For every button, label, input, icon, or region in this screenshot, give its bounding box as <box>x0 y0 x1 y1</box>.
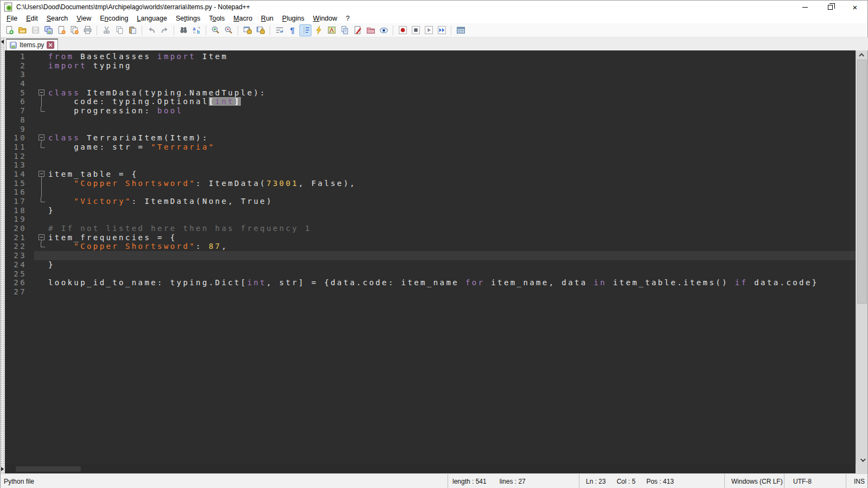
macro-record-button[interactable] <box>397 24 409 36</box>
line-number[interactable]: 24 <box>5 260 34 269</box>
code-line[interactable]: 15 "Copper Shortsword": ItemData(73001, … <box>5 179 857 188</box>
line-number[interactable]: 17 <box>5 197 34 206</box>
line-number[interactable]: 7 <box>5 106 34 115</box>
code-line[interactable]: 21item_frequencies = { <box>5 233 857 242</box>
code-line[interactable]: 26lookup_id_to_name: typing.Dict[int, st… <box>5 278 857 287</box>
folder-as-workspace-button[interactable] <box>365 24 376 36</box>
monitoring-button[interactable] <box>378 24 390 36</box>
scroll-up-button[interactable] <box>856 50 868 60</box>
line-number[interactable]: 10 <box>5 133 34 143</box>
copy-button[interactable] <box>113 24 125 36</box>
code-line[interactable]: 19 <box>5 215 857 224</box>
menu-settings[interactable]: Settings <box>171 14 205 23</box>
line-number[interactable]: 11 <box>5 143 34 152</box>
fold-collapse-button[interactable] <box>34 233 48 242</box>
file-edit-button[interactable] <box>352 24 363 36</box>
code-line[interactable]: 4 <box>5 79 857 88</box>
menu-help[interactable]: ? <box>342 14 354 23</box>
macro-run-multiple-button[interactable] <box>436 24 448 36</box>
code-line[interactable]: 11 game: str = "Terraria" <box>5 143 857 152</box>
menu-window[interactable]: Window <box>309 14 341 23</box>
show-indent-guide-button[interactable] <box>299 24 311 36</box>
code-line[interactable]: 10class TerrariaItem(Item): <box>5 133 857 143</box>
collapse-right-icon[interactable] <box>1 467 4 471</box>
line-number[interactable]: 26 <box>5 278 34 287</box>
menu-run[interactable]: Run <box>257 14 278 23</box>
line-number[interactable]: 21 <box>5 233 34 242</box>
close-all-button[interactable] <box>68 24 80 36</box>
menu-macro[interactable]: Macro <box>229 14 257 23</box>
scroll-down-button[interactable] <box>856 455 868 465</box>
line-number[interactable]: 22 <box>5 242 34 251</box>
line-number[interactable]: 13 <box>5 160 34 170</box>
find-button[interactable] <box>177 24 189 36</box>
code-line[interactable]: 8 <box>5 115 857 125</box>
show-all-characters-button[interactable]: ¶ <box>286 24 298 36</box>
macro-save-button[interactable] <box>455 24 467 36</box>
code-line[interactable]: 24} <box>5 260 857 269</box>
tab-close-button[interactable] <box>47 41 54 49</box>
menu-encoding[interactable]: Encoding <box>95 14 132 23</box>
menu-tools[interactable]: Tools <box>205 14 229 23</box>
line-number[interactable]: 9 <box>5 125 34 134</box>
line-number[interactable]: 15 <box>5 179 34 188</box>
code-line[interactable]: 22 "Copper Shortsword": 87, <box>5 242 857 251</box>
menu-plugins[interactable]: Plugins <box>278 14 309 23</box>
close-file-button[interactable] <box>55 24 67 36</box>
line-number[interactable]: 25 <box>5 269 34 279</box>
code-line[interactable]: 23 <box>5 251 857 260</box>
redo-button[interactable] <box>158 24 170 36</box>
line-number[interactable]: 2 <box>5 61 34 70</box>
code-line[interactable]: 12 <box>5 152 857 161</box>
line-number[interactable]: 18 <box>5 206 34 215</box>
code-line[interactable]: 9 <box>5 125 857 134</box>
code-line[interactable]: 5class ItemData(typing.NamedTuple): <box>5 88 857 98</box>
code-line[interactable]: 17 "Victory": ItemData(None, True) <box>5 197 857 206</box>
horizontal-scrollbar[interactable] <box>5 465 857 473</box>
line-number[interactable]: 12 <box>5 152 34 161</box>
line-number[interactable]: 27 <box>5 287 34 297</box>
code-line[interactable]: 6 code: typing.Optional[int] <box>5 97 857 106</box>
line-number[interactable]: 3 <box>5 70 34 79</box>
cut-button[interactable] <box>100 24 112 36</box>
code-line[interactable]: 27 <box>5 287 857 297</box>
status-insert-mode[interactable]: INS <box>846 474 867 488</box>
code-line[interactable]: 2import typing <box>5 61 857 70</box>
code-line[interactable]: 14item_table = { <box>5 170 857 179</box>
line-number[interactable]: 8 <box>5 115 34 125</box>
open-file-button[interactable] <box>16 24 28 36</box>
print-button[interactable] <box>81 24 93 36</box>
menu-file[interactable]: File <box>2 14 22 23</box>
line-number[interactable]: 14 <box>5 170 34 179</box>
new-file-button[interactable] <box>3 24 15 36</box>
code-line[interactable]: 3 <box>5 70 857 79</box>
document-list-button[interactable] <box>339 24 350 36</box>
function-list-button[interactable] <box>312 24 324 36</box>
code-line[interactable]: 16 <box>5 188 857 197</box>
line-number[interactable]: 19 <box>5 215 34 224</box>
close-button[interactable]: × <box>843 1 867 14</box>
zoom-in-button[interactable] <box>209 24 221 36</box>
code-line[interactable]: 18} <box>5 206 857 215</box>
line-number[interactable]: 5 <box>5 88 34 98</box>
fold-collapse-button[interactable] <box>34 133 48 143</box>
save-all-button[interactable] <box>42 24 54 36</box>
code-line[interactable]: 7 progression: bool <box>5 106 857 115</box>
status-encoding[interactable]: UTF-8 <box>784 474 846 488</box>
line-number[interactable]: 1 <box>5 52 34 61</box>
menu-view[interactable]: View <box>72 14 95 23</box>
minimize-button[interactable] <box>793 1 818 14</box>
status-eol-format[interactable]: Windows (CR LF) <box>724 474 784 488</box>
sync-scroll-vertical-button[interactable] <box>241 24 253 36</box>
code-line[interactable]: 25 <box>5 269 857 279</box>
fold-collapse-button[interactable] <box>34 170 48 179</box>
menu-search[interactable]: Search <box>42 14 73 23</box>
tab-items-py[interactable]: Items.py <box>6 38 58 50</box>
undo-button[interactable] <box>145 24 157 36</box>
save-button[interactable] <box>29 24 41 36</box>
line-number[interactable]: 4 <box>5 79 34 88</box>
macro-stop-button[interactable] <box>410 24 422 36</box>
line-number[interactable]: 16 <box>5 188 34 197</box>
menu-edit[interactable]: Edit <box>22 14 42 23</box>
line-number[interactable]: 20 <box>5 224 34 233</box>
